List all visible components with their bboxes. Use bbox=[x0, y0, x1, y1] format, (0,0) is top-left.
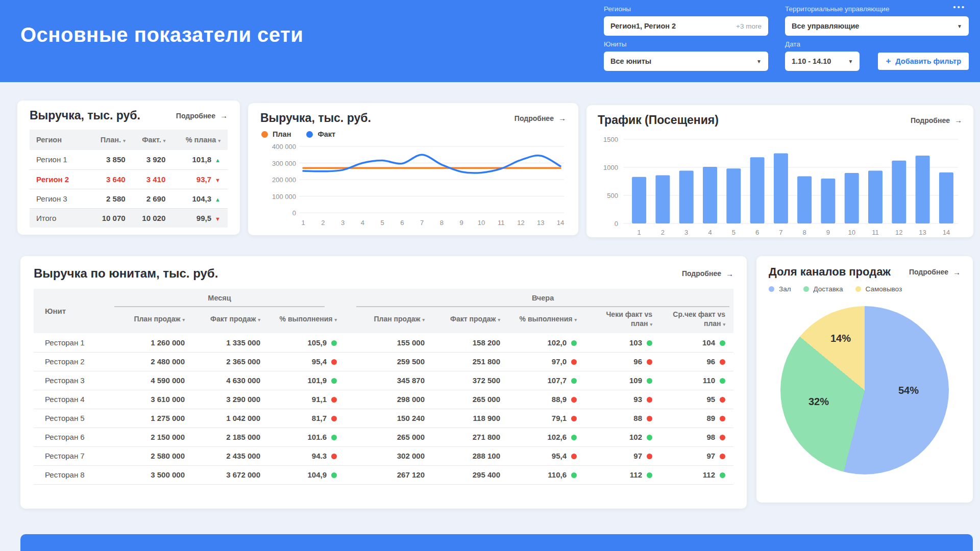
table-row: Ресторан 43 610 0003 290 00091,1298 0002… bbox=[34, 390, 733, 409]
sort-caret-icon: ▾ bbox=[258, 317, 260, 322]
sort-caret-icon: ▾ bbox=[650, 322, 652, 327]
filter-regions: Регионы Регион1, Регион 2 +3 more bbox=[604, 5, 768, 36]
sort-caret-icon: ▾ bbox=[422, 317, 425, 322]
svg-text:1: 1 bbox=[637, 229, 641, 236]
svg-text:10: 10 bbox=[478, 219, 485, 227]
trend-up-icon: ▲ bbox=[215, 196, 220, 203]
status-dot-green bbox=[331, 435, 337, 440]
table-row: Регион 23 6403 41093,7▼ bbox=[30, 169, 228, 189]
legend-item: Доставка bbox=[803, 285, 843, 293]
chevron-down-icon: ▼ bbox=[957, 23, 962, 29]
filter-regions-input[interactable]: Регион1, Регион 2 +3 more bbox=[604, 16, 768, 36]
channels-more-link[interactable]: Подробнее → bbox=[909, 268, 961, 277]
metric-value: 1 260 000 bbox=[110, 333, 193, 352]
revenue-table-card: Выручка, тыс. руб. Подробнее → Регион Пл… bbox=[17, 101, 240, 235]
sort-caret-icon: ▾ bbox=[182, 317, 185, 322]
metric-value: 102,6 bbox=[508, 428, 585, 446]
traffic-more-link[interactable]: Подробнее → bbox=[911, 116, 962, 124]
metric-value: 107,7 bbox=[508, 371, 585, 390]
filter-units-select[interactable]: Все юниты ▼ bbox=[604, 52, 768, 71]
svg-text:3: 3 bbox=[341, 219, 345, 227]
sort-caret-icon: ▾ bbox=[723, 322, 726, 327]
status-dot-red bbox=[331, 397, 337, 403]
column-header-month-fact[interactable]: Факт продаж▾ bbox=[193, 307, 268, 333]
column-header-yday-fact[interactable]: Факт продаж▾ bbox=[433, 307, 508, 333]
more-label: Подробнее bbox=[911, 116, 950, 124]
metric-value: 97 bbox=[585, 446, 660, 465]
metric-value: 102,0 bbox=[508, 333, 585, 352]
metric-value: 1 335 000 bbox=[193, 333, 268, 352]
revenue-chart-more-link[interactable]: Подробнее → bbox=[514, 114, 566, 122]
revenue-table-more-link[interactable]: Подробнее → bbox=[176, 111, 228, 120]
svg-text:400 000: 400 000 bbox=[272, 143, 296, 151]
column-header-unit: Юнит bbox=[34, 289, 110, 333]
metric-value: 110 bbox=[660, 371, 733, 390]
units-more-link[interactable]: Подробнее → bbox=[682, 269, 733, 278]
traffic-chart-card: Трафик (Посещения) Подробнее → 150010005… bbox=[586, 105, 973, 237]
column-header-avg-check[interactable]: Ср.чек факт vs план▾ bbox=[660, 307, 733, 333]
svg-text:200 000: 200 000 bbox=[272, 176, 296, 184]
arrow-right-icon: → bbox=[220, 111, 228, 120]
arrow-right-icon: → bbox=[558, 114, 566, 122]
metric-value: 96 bbox=[660, 352, 733, 371]
traffic-bar bbox=[845, 173, 859, 223]
fact-value: 10 020 bbox=[133, 208, 173, 228]
metric-value: 104,9 bbox=[268, 465, 345, 484]
column-header-month-plan[interactable]: План продаж▾ bbox=[110, 307, 193, 333]
metric-value: 2 435 000 bbox=[193, 446, 268, 465]
metric-value: 91,1 bbox=[268, 390, 345, 409]
status-dot-red bbox=[647, 397, 652, 403]
unit-name: Ресторан 6 bbox=[34, 428, 110, 446]
svg-text:1500: 1500 bbox=[603, 136, 618, 143]
status-dot-red bbox=[331, 454, 337, 459]
status-dot-green bbox=[647, 472, 652, 478]
filter-units: Юниты Все юниты ▼ bbox=[604, 40, 768, 71]
traffic-bar-chart: 1500100050001234567891011121314 bbox=[598, 130, 961, 238]
filter-date-select[interactable]: 1.10 - 14.10 ▼ bbox=[785, 52, 860, 71]
metric-value: 103 bbox=[585, 333, 660, 352]
status-dot-red bbox=[647, 359, 652, 365]
card-title: Доля каналов продаж bbox=[769, 265, 891, 279]
traffic-bar bbox=[726, 168, 741, 223]
metric-value: 88 bbox=[585, 409, 660, 428]
metric-value: 89 bbox=[660, 409, 733, 428]
traffic-bar bbox=[821, 179, 835, 223]
filter-date-value: 1.10 - 14.10 bbox=[792, 57, 831, 65]
table-row: Ресторан 83 500 0003 672 000104,9267 120… bbox=[34, 465, 733, 484]
filter-managers-select[interactable]: Все управляющие ▼ bbox=[785, 16, 969, 36]
metric-value: 2 150 000 bbox=[110, 428, 193, 446]
svg-text:10: 10 bbox=[848, 229, 855, 236]
plan-value: 3 640 bbox=[90, 169, 132, 189]
column-header-pct[interactable]: % плана▾ bbox=[173, 130, 228, 150]
metric-value: 265 000 bbox=[433, 390, 508, 409]
status-dot-green bbox=[647, 378, 652, 384]
series-Факт bbox=[303, 155, 560, 173]
status-dot-green bbox=[331, 340, 337, 346]
pct-value: 101,8▲ bbox=[173, 150, 228, 169]
legend-item: План bbox=[261, 130, 291, 138]
status-dot-green bbox=[720, 472, 725, 478]
column-header-checks[interactable]: Чеки факт vs план▾ bbox=[585, 307, 660, 333]
unit-name: Ресторан 1 bbox=[34, 333, 110, 352]
traffic-bar bbox=[868, 171, 883, 223]
pie-legend: ЗалДоставкаСамовывоз bbox=[769, 285, 961, 293]
column-header-month-pct[interactable]: % выполнения▾ bbox=[268, 307, 345, 333]
pct-value: 99,5▼ bbox=[173, 208, 228, 228]
status-dot-green bbox=[571, 340, 577, 346]
metric-value: 97,0 bbox=[508, 352, 585, 371]
column-header-plan[interactable]: План.▾ bbox=[90, 130, 132, 150]
column-header-yday-pct[interactable]: % выполнения▾ bbox=[508, 307, 585, 333]
column-header-yday-plan[interactable]: План продаж▾ bbox=[345, 307, 433, 333]
add-filter-button[interactable]: + Добавить фильтр bbox=[878, 53, 969, 70]
card-title: Выручка по юнитам, тыс. руб. bbox=[34, 266, 218, 281]
svg-text:8: 8 bbox=[802, 229, 806, 236]
column-header-fact[interactable]: Факт.▾ bbox=[133, 130, 173, 150]
sort-caret-icon: ▾ bbox=[334, 317, 337, 322]
more-label: Подробнее bbox=[514, 114, 554, 122]
unit-name: Ресторан 3 bbox=[34, 371, 110, 390]
region-name: Итого bbox=[30, 208, 90, 228]
status-dot-red bbox=[571, 454, 577, 459]
svg-text:300 000: 300 000 bbox=[272, 160, 296, 167]
trend-down-icon: ▼ bbox=[215, 177, 220, 183]
pct-value: 93,7▼ bbox=[173, 169, 228, 189]
